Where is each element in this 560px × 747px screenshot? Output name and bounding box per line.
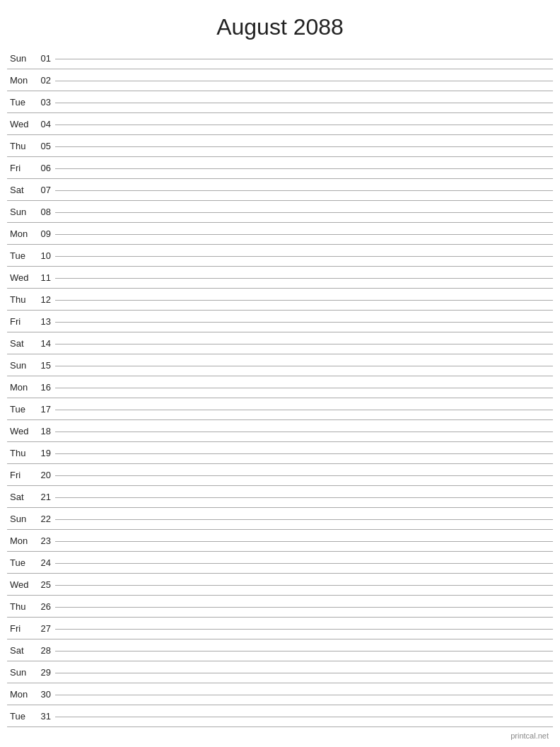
- day-line: [55, 256, 553, 257]
- day-line: [55, 432, 553, 432]
- table-row: Thu12: [7, 289, 553, 311]
- calendar-grid: Sun01Mon02Tue03Wed04Thu05Fri06Sat07Sun08…: [0, 47, 560, 727]
- day-name: Sat: [7, 645, 35, 656]
- day-number: 09: [35, 228, 55, 239]
- day-name: Fri: [7, 163, 35, 173]
- day-line: [55, 190, 553, 191]
- day-number: 01: [35, 53, 55, 64]
- day-name: Sun: [7, 53, 35, 64]
- day-name: Tue: [7, 711, 35, 722]
- table-row: Fri20: [7, 464, 553, 486]
- table-row: Mon23: [7, 530, 553, 552]
- day-number: 24: [35, 557, 55, 568]
- day-line: [55, 81, 553, 81]
- day-name: Mon: [7, 535, 35, 546]
- table-row: Sat21: [7, 486, 553, 508]
- day-number: 15: [35, 360, 55, 371]
- day-line: [55, 103, 553, 103]
- day-line: [55, 497, 553, 498]
- day-line: [55, 146, 553, 147]
- day-line: [55, 59, 553, 59]
- day-line: [55, 563, 553, 564]
- day-number: 30: [35, 689, 55, 700]
- table-row: Fri13: [7, 311, 553, 332]
- day-number: 06: [35, 163, 55, 173]
- day-line: [55, 717, 553, 717]
- day-name: Tue: [7, 97, 35, 108]
- table-row: Thu05: [7, 135, 553, 157]
- day-number: 19: [35, 448, 55, 458]
- day-line: [55, 651, 553, 652]
- day-name: Fri: [7, 316, 35, 327]
- day-name: Sat: [7, 338, 35, 349]
- day-number: 26: [35, 601, 55, 612]
- table-row: Mon02: [7, 69, 553, 91]
- day-line: [55, 212, 553, 213]
- table-row: Thu26: [7, 596, 553, 618]
- day-line: [55, 168, 553, 169]
- table-row: Sat07: [7, 179, 553, 201]
- day-line: [55, 124, 553, 125]
- day-name: Wed: [7, 426, 35, 436]
- day-number: 29: [35, 667, 55, 678]
- table-row: Wed18: [7, 420, 553, 442]
- day-name: Wed: [7, 579, 35, 590]
- day-number: 14: [35, 338, 55, 349]
- day-number: 18: [35, 426, 55, 436]
- day-name: Tue: [7, 250, 35, 261]
- day-number: 11: [35, 272, 55, 283]
- day-line: [55, 388, 553, 388]
- table-row: Wed04: [7, 113, 553, 135]
- day-line: [55, 234, 553, 235]
- table-row: Mon09: [7, 223, 553, 245]
- day-number: 25: [35, 579, 55, 590]
- page-title: August 2088: [0, 0, 560, 47]
- day-name: Mon: [7, 689, 35, 700]
- table-row: Sat28: [7, 639, 553, 661]
- day-name: Mon: [7, 382, 35, 393]
- day-name: Thu: [7, 294, 35, 305]
- day-line: [55, 344, 553, 344]
- day-line: [55, 278, 553, 279]
- table-row: Sun01: [7, 47, 553, 69]
- day-line: [55, 629, 553, 630]
- day-number: 10: [35, 250, 55, 261]
- day-line: [55, 410, 553, 410]
- day-name: Mon: [7, 75, 35, 86]
- day-number: 03: [35, 97, 55, 108]
- day-name: Tue: [7, 557, 35, 568]
- day-name: Fri: [7, 623, 35, 634]
- table-row: Sun15: [7, 354, 553, 376]
- day-number: 28: [35, 645, 55, 656]
- day-name: Thu: [7, 141, 35, 151]
- day-line: [55, 695, 553, 695]
- table-row: Mon16: [7, 376, 553, 398]
- day-number: 17: [35, 404, 55, 415]
- day-line: [55, 475, 553, 476]
- day-name: Sat: [7, 492, 35, 502]
- table-row: Tue03: [7, 91, 553, 113]
- footer-text: printcal.net: [511, 731, 549, 740]
- day-number: 05: [35, 141, 55, 151]
- day-name: Thu: [7, 601, 35, 612]
- day-number: 20: [35, 470, 55, 480]
- table-row: Sun08: [7, 201, 553, 223]
- day-number: 08: [35, 207, 55, 217]
- day-name: Thu: [7, 448, 35, 458]
- day-name: Fri: [7, 470, 35, 480]
- table-row: Sat14: [7, 332, 553, 354]
- day-name: Sun: [7, 667, 35, 678]
- day-line: [55, 300, 553, 301]
- day-line: [55, 453, 553, 454]
- day-number: 27: [35, 623, 55, 634]
- day-name: Sun: [7, 207, 35, 217]
- day-line: [55, 673, 553, 673]
- day-number: 02: [35, 75, 55, 86]
- day-line: [55, 366, 553, 366]
- day-line: [55, 322, 553, 323]
- day-name: Sun: [7, 514, 35, 524]
- day-name: Tue: [7, 404, 35, 415]
- table-row: Fri06: [7, 157, 553, 179]
- day-number: 07: [35, 185, 55, 195]
- table-row: Mon30: [7, 683, 553, 705]
